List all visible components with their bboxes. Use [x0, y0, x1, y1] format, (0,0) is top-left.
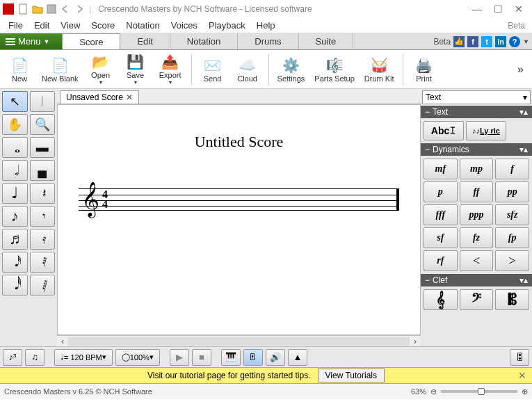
tab-suite[interactable]: Suite: [299, 33, 354, 49]
panel-combo[interactable]: Text▾: [422, 90, 531, 104]
tempo-button[interactable]: ♩ = 120 BPM ▾: [54, 349, 113, 366]
sound-button[interactable]: 🔊: [266, 349, 285, 366]
zoom-button[interactable]: ◯ 100% ▾: [115, 349, 160, 366]
menu-help[interactable]: Help: [251, 19, 281, 32]
save-disk-icon[interactable]: [46, 3, 57, 15]
clef-bass[interactable]: 𝄢: [460, 289, 494, 310]
zoom-tool[interactable]: 🔍: [30, 114, 56, 135]
minimize-button[interactable]: —: [467, 2, 487, 16]
lyric-tool-button[interactable]: ♪♪Ly ric: [466, 121, 506, 140]
redo-icon[interactable]: [74, 3, 85, 15]
half-rest-tool[interactable]: ▄: [30, 160, 56, 181]
score-canvas[interactable]: Untitled Score 𝄞 44: [57, 104, 421, 335]
dyn-pp[interactable]: pp: [495, 181, 529, 202]
barline-tool[interactable]: 𝄀: [30, 91, 56, 112]
whole-note-tool[interactable]: 𝅝: [2, 137, 28, 158]
dyn-mf[interactable]: mf: [424, 159, 458, 179]
maximize-button[interactable]: ☐: [487, 2, 508, 16]
tab-drums[interactable]: Drums: [238, 33, 298, 49]
pointer-tool[interactable]: ↖: [2, 91, 28, 112]
eighth-note-tool[interactable]: ♪: [2, 206, 28, 227]
toolbar-more[interactable]: »: [512, 63, 529, 76]
new-blank-button[interactable]: 📄New Blank: [38, 52, 83, 87]
close-button[interactable]: ✕: [508, 2, 529, 16]
view-tutorials-button[interactable]: View Tutorials: [318, 369, 385, 382]
parts-setup-button[interactable]: 🎼Parts Setup: [310, 52, 358, 87]
text-tool-button[interactable]: Abc𝙸: [424, 121, 464, 140]
sixtyfourth-note-tool[interactable]: 𝅘𝅥𝅱: [2, 275, 28, 296]
panel-header-text[interactable]: −Text▾▴: [421, 106, 532, 118]
quarter-note-tool[interactable]: ♩: [2, 183, 28, 204]
hand-tool[interactable]: ✋: [2, 114, 28, 135]
dyn-fff[interactable]: fff: [424, 204, 458, 225]
scroll-left-icon[interactable]: ‹: [57, 337, 68, 346]
linkedin-icon[interactable]: in: [495, 36, 506, 47]
close-tab-icon[interactable]: ✕: [126, 92, 133, 102]
thirtysecond-note-tool[interactable]: 𝅘𝅥𝅰: [2, 252, 28, 273]
clef-treble[interactable]: 𝄞: [424, 289, 458, 310]
eighth-rest-tool[interactable]: 𝄾: [30, 206, 56, 227]
drum-kit-button[interactable]: 🥁Drum Kit: [360, 52, 398, 87]
sixteenth-note-tool[interactable]: ♬: [2, 229, 28, 250]
tuplet-tool[interactable]: ♪³: [3, 349, 22, 366]
mixer-button[interactable]: 🎚: [243, 349, 263, 366]
thirtysecond-rest-tool[interactable]: 𝅀: [30, 252, 56, 273]
menu-playback[interactable]: Playback: [203, 19, 251, 32]
menu-voices[interactable]: Voices: [166, 19, 203, 32]
dyn-fp[interactable]: fp: [495, 227, 529, 248]
zoom-out-icon[interactable]: ⊖: [430, 387, 437, 396]
sixtyfourth-rest-tool[interactable]: 𝅁: [30, 275, 56, 296]
zoom-slider[interactable]: [441, 390, 517, 393]
dyn-f[interactable]: f: [495, 159, 529, 179]
h-scrollbar[interactable]: ‹ ›: [57, 335, 421, 346]
metronome-button[interactable]: ▲: [288, 349, 307, 366]
menu-view[interactable]: View: [55, 19, 86, 32]
menu-score[interactable]: Score: [86, 19, 120, 32]
save-button[interactable]: 💾Save▾: [119, 52, 152, 87]
dyn-sfz[interactable]: sfz: [495, 204, 529, 225]
panel-header-clef[interactable]: −Clef▾▴: [421, 274, 532, 286]
dyn-fz[interactable]: fz: [460, 227, 494, 248]
doc-tab-unsaved[interactable]: Unsaved Score ✕: [60, 90, 139, 104]
main-menu-button[interactable]: Menu ▼: [0, 33, 62, 49]
menubar-beta[interactable]: Beta: [508, 21, 529, 31]
export-button[interactable]: 📤Export▾: [154, 52, 187, 87]
tab-edit[interactable]: Edit: [120, 33, 170, 49]
midi-button[interactable]: 🎛: [510, 349, 529, 366]
send-button[interactable]: ✉️Send: [196, 52, 229, 87]
whole-rest-tool[interactable]: ▬: [30, 137, 56, 158]
dyn-rf[interactable]: rf: [424, 250, 458, 271]
sixteenth-rest-tool[interactable]: 𝄿: [30, 229, 56, 250]
dyn-decresc[interactable]: >: [495, 250, 529, 271]
dyn-mp[interactable]: mp: [460, 159, 494, 179]
scroll-right-icon[interactable]: ›: [410, 337, 421, 346]
zoom-in-icon[interactable]: ⊕: [522, 387, 528, 396]
print-button[interactable]: 🖨️Print: [408, 52, 441, 87]
dyn-ff[interactable]: ff: [460, 181, 494, 202]
undo-icon[interactable]: [60, 3, 71, 15]
close-banner-icon[interactable]: ✕: [518, 370, 526, 381]
open-button[interactable]: 📂Open▾: [84, 52, 118, 87]
beam-tool[interactable]: ♫: [25, 349, 45, 366]
stop-button[interactable]: ■: [192, 349, 211, 366]
clef-alto[interactable]: 𝄡: [495, 289, 529, 310]
half-note-tool[interactable]: 𝅗𝅥: [2, 160, 28, 181]
play-button[interactable]: ▶: [170, 349, 189, 366]
facebook-icon[interactable]: f: [467, 36, 478, 47]
settings-button[interactable]: ⚙️Settings: [273, 52, 309, 87]
ribbon-beta[interactable]: Beta: [433, 37, 451, 47]
dyn-cresc[interactable]: <: [460, 250, 494, 271]
tab-score[interactable]: Score: [62, 33, 120, 49]
tab-notation[interactable]: Notation: [170, 33, 238, 49]
twitter-icon[interactable]: t: [481, 36, 492, 47]
dyn-p[interactable]: p: [424, 181, 458, 202]
panel-header-dynamics[interactable]: −Dynamics▾▴: [421, 143, 532, 156]
menu-edit[interactable]: Edit: [29, 19, 55, 32]
dyn-sf[interactable]: sf: [424, 227, 458, 248]
instruments-button[interactable]: 🎹: [221, 349, 241, 366]
open-folder-icon[interactable]: [32, 3, 43, 15]
new-button[interactable]: 📄New: [3, 52, 36, 87]
menu-notation[interactable]: Notation: [120, 19, 165, 32]
quarter-rest-tool[interactable]: 𝄽: [30, 183, 56, 204]
dyn-ppp[interactable]: ppp: [460, 204, 494, 225]
